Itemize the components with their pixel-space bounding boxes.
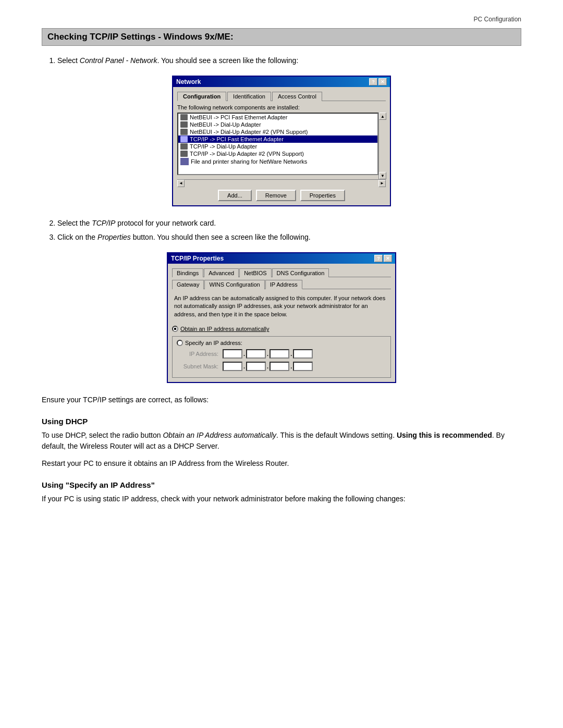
net-icon xyxy=(180,136,188,142)
radio-auto-label: Obtain an IP address automatically xyxy=(180,326,269,332)
ip-field-4[interactable] xyxy=(293,349,313,359)
net-icon xyxy=(180,129,188,135)
close-button[interactable]: ✕ xyxy=(378,78,387,85)
list-item-selected[interactable]: TCP/IP -> PCI Fast Ethernet Adapter xyxy=(178,135,377,143)
radio-specify-option: Specify an IP address: xyxy=(177,340,386,346)
subnet-field-1[interactable] xyxy=(223,362,242,371)
network-list-with-scroll: NetBEUI -> PCI Fast Ethernet Adapter Net… xyxy=(177,113,386,179)
subnet-dot-1: . xyxy=(243,363,245,369)
step-3: Click on the Properties button. You shou… xyxy=(57,232,521,243)
network-titlebar: Network ? ✕ xyxy=(173,77,390,87)
ip-field-1[interactable] xyxy=(223,349,242,359)
subnet-mask-label: Subnet Mask: xyxy=(177,363,218,369)
tcpip-tabs-row1: Bindings Advanced NetBIOS DNS Configurat… xyxy=(172,268,391,277)
radio-specify-label: Specify an IP address: xyxy=(185,340,242,346)
ip-field-3[interactable] xyxy=(270,349,289,359)
restart-text: Restart your PC to ensure it obtains an … xyxy=(42,458,521,469)
tcpip-tabs-row2: Gateway WINS Configuration IP Address xyxy=(172,279,391,289)
properties-button[interactable]: Properties xyxy=(300,190,345,201)
h-scroll-track[interactable] xyxy=(185,180,378,187)
ip-field-2[interactable] xyxy=(246,349,266,359)
item-label: TCP/IP -> Dial-Up Adapter #2 (VPN Suppor… xyxy=(190,151,304,157)
list-item: NetBEUI -> Dial-Up Adapter #2 (VPN Suppo… xyxy=(178,128,377,135)
tcpip-window: TCP/IP Properties ? ✕ Bindings Advanced … xyxy=(167,252,396,383)
net-icon xyxy=(180,143,188,150)
net-icon xyxy=(180,114,188,120)
net-icon xyxy=(180,121,188,128)
network-window: Network ? ✕ Configuration Identification… xyxy=(172,76,391,206)
tcpip-content: Bindings Advanced NetBIOS DNS Configurat… xyxy=(168,264,395,382)
help-button[interactable]: ? xyxy=(369,78,377,85)
ip-address-label: IP Address: xyxy=(177,351,218,357)
tab-bindings[interactable]: Bindings xyxy=(172,268,203,277)
ip-dot-1: . xyxy=(243,351,245,357)
radio-auto-circle[interactable] xyxy=(172,326,178,332)
horizontal-scrollbar[interactable]: ◄ ► xyxy=(177,179,386,187)
using-dhcp-heading: Using DHCP xyxy=(42,417,521,426)
scroll-down-arrow[interactable]: ▼ xyxy=(379,172,386,179)
ensure-text: Ensure your TCP/IP settings are correct,… xyxy=(42,394,521,405)
tab-access-control[interactable]: Access Control xyxy=(272,92,322,101)
section-heading: Checking TCP/IP Settings - Windows 9x/ME… xyxy=(42,28,521,46)
network-list-label: The following network components are ins… xyxy=(177,104,386,110)
tab-ip-address[interactable]: IP Address xyxy=(265,280,302,289)
list-item: TCP/IP -> Dial-Up Adapter xyxy=(178,143,377,150)
tcpip-titlebar-buttons: ? ✕ xyxy=(374,255,392,262)
ip-dot-3: . xyxy=(290,351,292,357)
net-icon xyxy=(180,151,188,157)
using-dhcp-body: To use DHCP, select the radio button Obt… xyxy=(42,430,521,452)
list-item: TCP/IP -> Dial-Up Adapter #2 (VPN Suppor… xyxy=(178,150,377,157)
using-specify-body: If your PC is using static IP address, c… xyxy=(42,493,521,504)
subnet-field-4[interactable] xyxy=(293,362,313,371)
item-label: TCP/IP -> Dial-Up Adapter xyxy=(190,143,257,150)
tab-netbios[interactable]: NetBIOS xyxy=(239,268,271,277)
step-1: Select Control Panel - Network. You shou… xyxy=(57,55,521,66)
item-label: NetBEUI -> Dial-Up Adapter #2 (VPN Suppo… xyxy=(190,129,308,135)
ip-group: Specify an IP address: IP Address: . . . xyxy=(172,336,391,378)
using-specify-heading: Using "Specify an IP Address" xyxy=(42,480,521,489)
tcpip-titlebar: TCP/IP Properties ? ✕ xyxy=(168,253,395,264)
item-label: NetBEUI -> Dial-Up Adapter xyxy=(190,121,261,128)
subnet-mask-row: Subnet Mask: . . . xyxy=(177,362,386,371)
scroll-left-arrow[interactable]: ◄ xyxy=(177,180,185,187)
tcpip-window-title: TCP/IP Properties xyxy=(171,255,224,262)
network-tabs: Configuration Identification Access Cont… xyxy=(177,91,386,101)
item-label: File and printer sharing for NetWare Net… xyxy=(191,158,307,165)
subnet-field-3[interactable] xyxy=(270,362,289,371)
item-label: TCP/IP -> PCI Fast Ethernet Adapter xyxy=(190,136,284,142)
ip-address-row: IP Address: . . . xyxy=(177,349,386,359)
tcpip-window-screenshot: TCP/IP Properties ? ✕ Bindings Advanced … xyxy=(42,252,521,383)
page-label: PC Configuration xyxy=(42,16,521,23)
scroll-up-arrow[interactable]: ▲ xyxy=(379,113,386,120)
radio-specify-circle[interactable] xyxy=(177,340,183,346)
subnet-dot-2: . xyxy=(267,363,268,369)
scroll-track[interactable] xyxy=(379,120,386,172)
network-action-buttons: Add... Remove Properties xyxy=(177,190,386,201)
subnet-field-2[interactable] xyxy=(246,362,266,371)
tab-gateway[interactable]: Gateway xyxy=(172,280,204,289)
tab-configuration[interactable]: Configuration xyxy=(177,92,226,101)
tab-wins-configuration[interactable]: WINS Configuration xyxy=(204,280,264,289)
tab-advanced[interactable]: Advanced xyxy=(204,268,239,277)
network-content: Configuration Identification Access Cont… xyxy=(173,87,390,205)
scroll-right-arrow[interactable]: ► xyxy=(378,180,386,187)
add-button[interactable]: Add... xyxy=(218,190,252,201)
tcpip-close-button[interactable]: ✕ xyxy=(384,255,392,262)
titlebar-buttons: ? ✕ xyxy=(369,78,387,85)
subnet-mask-fields: . . . xyxy=(223,362,313,371)
tab-dns-configuration[interactable]: DNS Configuration xyxy=(272,268,329,277)
item-label: NetBEUI -> PCI Fast Ethernet Adapter xyxy=(190,114,287,120)
network-window-screenshot: Network ? ✕ Configuration Identification… xyxy=(42,76,521,206)
net-icon xyxy=(180,158,189,165)
tcpip-description: An IP address can be automatically assig… xyxy=(172,292,391,320)
tcpip-help-button[interactable]: ? xyxy=(374,255,383,262)
step-2: Select the TCP/IP protocol for your netw… xyxy=(57,218,521,229)
remove-button[interactable]: Remove xyxy=(256,190,296,201)
tab-identification[interactable]: Identification xyxy=(227,92,271,101)
network-window-title: Network xyxy=(176,78,201,85)
list-item: NetBEUI -> Dial-Up Adapter xyxy=(178,121,377,128)
vertical-scrollbar[interactable]: ▲ ▼ xyxy=(378,113,386,179)
subnet-dot-3: . xyxy=(290,363,292,369)
ip-address-fields: . . . xyxy=(223,349,313,359)
ip-dot-2: . xyxy=(267,351,268,357)
